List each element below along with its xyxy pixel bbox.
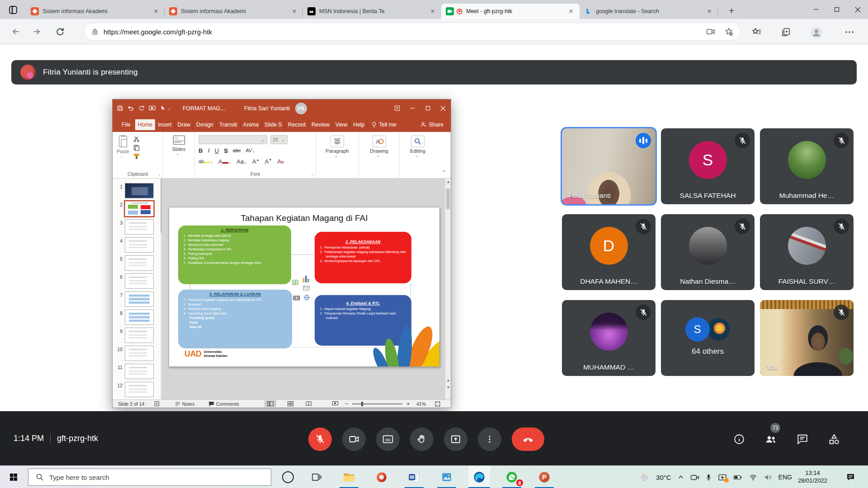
refresh-icon[interactable] [55, 27, 65, 37]
slide-thumbnail[interactable] [125, 328, 154, 343]
captions-button[interactable]: CC [376, 427, 400, 451]
save-icon[interactable] [117, 105, 123, 111]
strikethrough-button[interactable]: abc [233, 148, 241, 153]
ppt-minimize-icon[interactable] [405, 99, 420, 117]
slide-scrollbar[interactable]: ▲ ▲ ▼ [445, 178, 451, 399]
clear-formatting-button[interactable]: A [277, 158, 284, 165]
copy-icon[interactable] [133, 145, 140, 151]
window-close-button[interactable] [847, 0, 868, 19]
end-call-button[interactable] [512, 427, 544, 451]
slide-thumbnail-row[interactable]: 8 [115, 310, 162, 325]
start-button[interactable] [0, 466, 27, 488]
collections-icon[interactable] [781, 27, 792, 38]
raise-hand-button[interactable] [410, 427, 434, 451]
language-indicator[interactable]: ENG [778, 474, 792, 481]
ppt-account-name[interactable]: Fitria Sari Yunianti [244, 105, 290, 112]
cut-icon[interactable] [133, 136, 140, 142]
text-shadow-button[interactable]: S [224, 147, 228, 154]
window-minimize-button[interactable] [806, 0, 826, 19]
word-button[interactable]: W [403, 466, 425, 488]
present-button[interactable] [444, 427, 467, 451]
slide-thumbnail-row[interactable]: 7 [115, 291, 162, 307]
slide-thumbnail[interactable] [125, 183, 154, 198]
zoom-slider[interactable] [352, 404, 402, 404]
meeting-details-button[interactable] [729, 427, 749, 451]
redo-icon[interactable] [139, 105, 145, 111]
zoom-level[interactable]: 41% [416, 400, 426, 408]
volume-icon[interactable] [764, 474, 773, 481]
participant-tile[interactable]: S64 others [661, 300, 755, 376]
thumbnail-scrollbar[interactable] [160, 178, 162, 399]
underline-button[interactable]: U [215, 147, 219, 154]
slide-thumbnail-row[interactable]: 4 [115, 237, 162, 253]
spell-check-icon[interactable] [154, 400, 160, 408]
add-favorite-icon[interactable] [724, 27, 734, 37]
participant-tile[interactable]: MUHAMMAD … [562, 300, 656, 376]
slide-thumbnail-row[interactable]: 1 [115, 183, 162, 198]
office-button[interactable] [371, 466, 392, 488]
slide-thumbnail-row[interactable]: 2 [115, 201, 162, 216]
grow-font-button[interactable]: A▲ [252, 158, 259, 165]
tab-close-icon[interactable]: ✕ [429, 7, 437, 15]
action-center-icon[interactable] [846, 473, 855, 482]
participant-tile[interactable]: You [760, 300, 854, 376]
font-dialog-launcher[interactable]: ⌄ [311, 172, 314, 176]
browser-tab[interactable]: Sistem informasi Akademi✕ [26, 4, 165, 19]
ppt-maximize-icon[interactable] [420, 99, 435, 117]
slide-thumbnail-row[interactable]: 10 [115, 346, 162, 361]
font-name-input[interactable]: ⌄ [198, 135, 267, 144]
slide-thumbnail-row[interactable]: 3 [115, 219, 162, 235]
ppt-menu-draw[interactable]: Draw [175, 119, 193, 130]
activities-button[interactable] [824, 427, 844, 451]
participant-tile[interactable]: Nathan Diesma… [661, 214, 755, 290]
normal-view-button[interactable] [264, 400, 276, 407]
new-tab-button[interactable]: + [725, 5, 738, 17]
forward-icon[interactable] [32, 27, 42, 37]
photos-button[interactable] [436, 466, 458, 488]
ppt-menu-view[interactable]: View [333, 119, 350, 130]
start-slideshow-icon[interactable] [149, 105, 156, 111]
highlight-button[interactable]: ab⌄ [198, 159, 213, 164]
powerpoint-button[interactable]: P [533, 466, 555, 488]
clock[interactable]: 13:1428/01/2022 [798, 469, 827, 485]
battery-icon[interactable] [733, 474, 743, 481]
change-case-button[interactable]: Aa⌄ [236, 158, 247, 165]
browser-tab[interactable]: google translate - Search✕ [580, 4, 718, 19]
ribbon-display-options-icon[interactable] [389, 99, 405, 117]
tab-close-icon[interactable]: ✕ [567, 7, 575, 15]
slideshow-view-button[interactable] [329, 400, 341, 407]
search-input[interactable]: Type here to search [28, 469, 271, 486]
touch-mode-icon[interactable]: ⌄ [160, 105, 166, 111]
ppt-menu-insert[interactable]: Insert [155, 119, 175, 130]
participants-button[interactable]: 73 [761, 427, 781, 451]
slide-thumbnail-row[interactable]: 9 [115, 328, 162, 343]
tab-close-icon[interactable]: ✕ [290, 7, 298, 15]
browser-tab[interactable]: MSN Indonesia | Berita Te✕ [303, 4, 441, 19]
participant-tile[interactable]: FAISHAL SURV… [760, 214, 854, 290]
slide-thumbnail-row[interactable]: 12 [115, 382, 162, 397]
task-view-button[interactable] [306, 466, 327, 488]
zoom-in-button[interactable]: + [406, 400, 410, 408]
fit-to-window-icon[interactable] [435, 400, 440, 408]
zoom-out-button[interactable]: − [345, 400, 349, 408]
previous-slide-button[interactable]: ▲ [445, 378, 451, 382]
ppt-menu-record[interactable]: Record [285, 119, 309, 130]
slide-thumbnail-row[interactable]: 5 [115, 255, 162, 271]
slide-thumbnail[interactable] [125, 219, 154, 235]
cortana-button[interactable] [282, 471, 294, 483]
clipboard-dialog-launcher[interactable]: ⌄ [158, 172, 161, 176]
ppt-menu-help[interactable]: Help [350, 119, 368, 130]
ppt-menu-slide-s[interactable]: Slide S [262, 119, 285, 130]
paste-button[interactable]: Paste⌄ [113, 134, 133, 160]
cast-tray-icon[interactable] [718, 474, 727, 481]
format-painter-icon[interactable] [133, 153, 140, 160]
edge-button[interactable] [468, 466, 490, 488]
bold-button[interactable]: B [198, 147, 203, 154]
next-slide-button[interactable]: ▼ [445, 385, 451, 389]
temperature[interactable]: 30°C [656, 474, 671, 481]
slide-thumbnail-row[interactable]: 11 [115, 364, 162, 379]
slide-thumbnail-row[interactable]: 6 [115, 273, 162, 289]
slide-thumbnail[interactable] [125, 201, 154, 216]
slides-button[interactable]: Slides⌄ [169, 135, 189, 156]
camera-tray-icon[interactable] [690, 474, 699, 481]
